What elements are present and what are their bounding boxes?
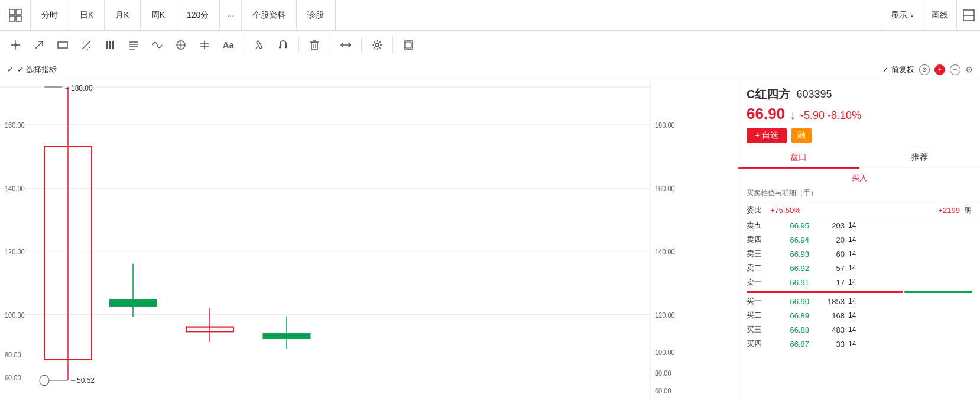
buy-price[interactable]: 66.89 (768, 311, 809, 320)
tab-tuijian[interactable]: 推荐 (859, 147, 981, 169)
sell-price[interactable]: 66.93 (768, 250, 809, 259)
svg-rect-10 (58, 42, 67, 48)
toolbar-left: 分时 日K 月K 周K 120分 ··· 个股资料 诊股 (0, 0, 336, 30)
line-tool[interactable] (76, 34, 97, 56)
settings-tool[interactable] (366, 34, 388, 56)
wave-tool[interactable] (147, 34, 168, 56)
webi-row: 委比 +75.50% +2199 明 (738, 202, 980, 218)
sell-label: 卖一 (747, 277, 768, 288)
arrow-tool[interactable] (28, 34, 50, 56)
tab-dayk[interactable]: 日K (69, 0, 105, 30)
toolbar-separator-3 (330, 37, 330, 53)
circle-neutral-icon[interactable]: ⊙ (919, 64, 930, 75)
buy-label: 买一 (747, 296, 768, 307)
svg-rect-58 (263, 334, 310, 339)
toolbar-separator-2 (298, 37, 299, 53)
stock-actions: + 自选 融 (747, 128, 972, 143)
more-tabs-button[interactable]: ··· (220, 0, 242, 30)
indicator-right-controls: ✓ 前复权 ⊙ + − ⚙ (882, 64, 973, 75)
svg-line-13 (87, 47, 90, 50)
tab-zhouk[interactable]: 周K (141, 0, 176, 30)
sell-price[interactable]: 66.95 (768, 221, 809, 230)
buy-order-row: 买四 66.87 33 14 (738, 337, 980, 351)
sell-order-row: 卖一 66.91 17 14 (738, 275, 980, 289)
buy-extra: 14 (848, 297, 856, 305)
delete-tool[interactable] (304, 34, 325, 56)
stock-change: -5.90 -8.10% (800, 109, 861, 122)
svg-text:140.00: 140.00 (5, 185, 25, 193)
buy-orders: 买一 66.90 1853 14 买二 66.89 168 14 买三 66.8… (738, 294, 980, 351)
display-button[interactable]: 显示 ∨ (882, 0, 923, 30)
tab-yuek[interactable]: 月K (105, 0, 140, 30)
grid-layout-icon[interactable] (0, 0, 31, 31)
stock-header: C红四方 603395 66.90 ↓ -5.90 -8.10% + 自选 融 (738, 80, 980, 147)
sell-extra: 14 (848, 236, 856, 244)
stock-name-code: C红四方 603395 (747, 86, 972, 102)
sell-price[interactable]: 66.94 (768, 236, 809, 244)
sell-extra: 14 (848, 221, 856, 230)
rect-tool[interactable] (52, 34, 73, 56)
fuquan-button[interactable]: ✓ 前复权 (882, 64, 914, 75)
buy-price[interactable]: 66.88 (768, 325, 809, 334)
svg-text:160.00: 160.00 (5, 122, 25, 130)
circle-tool[interactable] (170, 34, 192, 56)
svg-rect-39 (405, 42, 411, 48)
svg-rect-2 (9, 16, 15, 21)
order-book: 买入 买卖档位与明细（手） 委比 +75.50% +2199 明 卖五 66.9… (738, 169, 980, 400)
tab-zhenggu[interactable]: 诊股 (297, 0, 335, 30)
sell-order-row: 卖五 66.95 203 14 (738, 218, 980, 233)
svg-text:100.00: 100.00 (5, 312, 25, 320)
layout-icon[interactable] (956, 0, 980, 31)
tab-guziliao[interactable]: 个股资料 (242, 0, 297, 30)
indicator-selector[interactable]: ✓ ✓ 选择指标 (7, 64, 57, 75)
text-align-tool[interactable] (123, 34, 144, 56)
font-tool[interactable]: Aa (218, 34, 239, 56)
arrows-expand-tool[interactable] (335, 34, 356, 56)
svg-text:180.00: 180.00 (655, 122, 675, 130)
tab-120fen[interactable]: 120分 (176, 0, 220, 30)
svg-text:60.00: 60.00 (5, 374, 21, 382)
sell-extra: 14 (848, 250, 856, 258)
sell-volume: 57 (809, 264, 845, 273)
chart-settings-icon[interactable]: ⚙ (965, 64, 973, 75)
draw-line-button[interactable]: 画线 (923, 0, 956, 30)
zoom-in-icon[interactable]: + (934, 64, 945, 75)
svg-line-12 (82, 40, 85, 43)
pencil-tool[interactable] (249, 34, 270, 56)
order-book-subtitle: 买卖档位与明细（手） (738, 187, 980, 202)
layers-tool[interactable] (398, 34, 419, 56)
buy-volume: 1853 (809, 297, 845, 306)
toolbar-separator-1 (244, 37, 244, 53)
buy-price[interactable]: 66.90 (768, 297, 809, 306)
rong-button[interactable]: 融 (791, 128, 812, 143)
multiline-tool[interactable] (99, 34, 121, 56)
tab-fenshi[interactable]: 分时 (31, 0, 69, 30)
svg-rect-1 (16, 9, 21, 15)
sell-price[interactable]: 66.91 (768, 278, 809, 287)
svg-rect-15 (109, 41, 111, 49)
stock-price: 66.90 (747, 105, 785, 123)
sell-extra: 14 (848, 278, 856, 286)
webi-label: 委比 (747, 205, 770, 215)
buy-price[interactable]: 66.87 (768, 340, 809, 349)
svg-point-50 (40, 375, 49, 386)
sell-order-row: 卖二 66.92 57 14 (738, 261, 980, 275)
buy-volume: 483 (809, 325, 845, 334)
toolbar-actions: 显示 ∨ 画线 (882, 0, 980, 30)
cross-cursor-tool[interactable] (5, 34, 26, 56)
svg-rect-16 (112, 41, 114, 49)
svg-text:←50.52: ←50.52 (70, 376, 95, 385)
tab-pankou[interactable]: 盘口 (738, 147, 859, 169)
chart-area: ←188.00 ←50.52 160.00 140.00 120 (0, 80, 738, 400)
main-toolbar: 分时 日K 月K 周K 120分 ··· 个股资料 诊股 显示 ∨ 画线 (0, 0, 980, 31)
svg-line-9 (35, 41, 43, 49)
sell-volume: 60 (809, 250, 845, 259)
add-to-watchlist-button[interactable]: + 自选 (747, 128, 787, 143)
svg-text:60.00: 60.00 (655, 388, 671, 395)
sell-price[interactable]: 66.92 (768, 264, 809, 273)
zoom-out-icon[interactable]: − (950, 64, 960, 75)
fork-tool[interactable] (194, 34, 215, 56)
sell-label: 卖五 (747, 220, 768, 231)
magnet-tool[interactable] (272, 34, 294, 56)
buy-label: 买入 (738, 169, 980, 187)
